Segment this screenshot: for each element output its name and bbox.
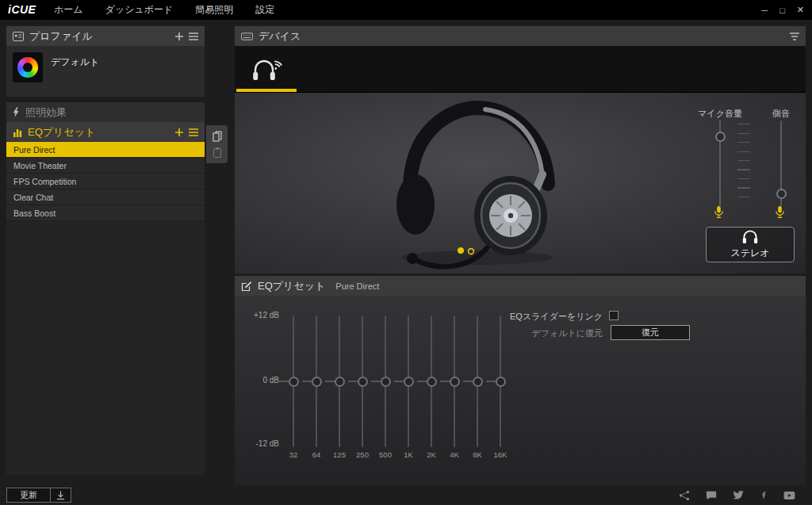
eq-editor: +12 dB 0 dB -12 dB 32641252505001K2K4K8K… bbox=[235, 296, 806, 485]
profile-avatar bbox=[13, 52, 43, 82]
eq-presets-header[interactable]: EQプリセット bbox=[6, 122, 205, 142]
eq-slider-thumb[interactable] bbox=[450, 377, 460, 387]
preset-clipboard-flyout bbox=[206, 125, 228, 163]
mic-volume-slider[interactable] bbox=[714, 121, 726, 206]
paste-icon[interactable] bbox=[213, 147, 222, 158]
window-controls: ─ □ ✕ bbox=[761, 0, 804, 20]
db-zero-label: 0 dB bbox=[238, 376, 279, 384]
social-links bbox=[679, 489, 795, 501]
presets-panel: 照明効果 EQプリセット Pure Direct Movie Theater F… bbox=[6, 102, 205, 475]
edit-icon[interactable] bbox=[241, 281, 252, 292]
stereo-label: ステレオ bbox=[730, 247, 769, 260]
eq-panel-header: EQプリセット Pure Direct bbox=[235, 276, 806, 296]
device-icon bbox=[241, 33, 253, 40]
profile-item-default[interactable]: デフォルト bbox=[6, 46, 205, 97]
sidetone-thumb[interactable] bbox=[776, 189, 787, 199]
update-button[interactable]: 更新 bbox=[6, 488, 51, 503]
preset-menu-icon[interactable] bbox=[189, 128, 198, 136]
youtube-icon[interactable] bbox=[783, 491, 795, 500]
eq-band-125: 125 bbox=[328, 314, 350, 465]
eq-preset-item[interactable]: Movie Theater bbox=[6, 158, 205, 174]
eq-slider-thumb[interactable] bbox=[381, 377, 391, 387]
device-view: マイク音量 側音 ステレオ bbox=[235, 93, 806, 274]
sidetone-mic-icon bbox=[775, 205, 785, 219]
eq-band-32: 32 bbox=[282, 314, 304, 465]
profiles-title: プロファイル bbox=[29, 29, 93, 44]
eq-band-64: 64 bbox=[305, 314, 327, 465]
menu-settings[interactable]: 設定 bbox=[255, 3, 274, 17]
eq-panel-title: EQプリセット bbox=[258, 279, 325, 293]
mic-volume-thumb[interactable] bbox=[715, 132, 726, 142]
eq-slider-thumb[interactable] bbox=[404, 377, 414, 387]
eq-frequency-label: 8K bbox=[466, 450, 488, 459]
headphone-icon bbox=[741, 230, 759, 244]
eq-reset-button[interactable]: 復元 bbox=[611, 325, 690, 340]
profile-name: デフォルト bbox=[51, 55, 99, 69]
tab-headset[interactable] bbox=[236, 46, 297, 93]
menu-instant-lighting[interactable]: 簡易照明 bbox=[195, 3, 233, 17]
active-tab-indicator bbox=[236, 89, 297, 92]
eq-band-250: 250 bbox=[351, 314, 373, 465]
eq-slider-thumb[interactable] bbox=[312, 377, 322, 387]
minimize-button[interactable]: ─ bbox=[761, 6, 768, 15]
eq-frequency-label: 64 bbox=[305, 450, 327, 459]
eq-preset-item[interactable]: Bass Boost bbox=[6, 205, 205, 221]
eq-frequency-label: 4K bbox=[443, 450, 465, 459]
eq-slider-thumb[interactable] bbox=[358, 377, 368, 387]
main-menu: ホーム ダッシュボード 簡易照明 設定 bbox=[54, 0, 274, 20]
sidetone-scale-ticks bbox=[737, 124, 750, 203]
headset-wireless-icon bbox=[251, 57, 282, 82]
maximize-button[interactable]: □ bbox=[779, 6, 785, 15]
sidetone-slider[interactable] bbox=[776, 121, 787, 206]
device-tabstrip bbox=[235, 46, 806, 93]
eq-slider-thumb[interactable] bbox=[289, 377, 299, 387]
update-button-group: 更新 bbox=[6, 488, 71, 503]
chat-icon[interactable] bbox=[706, 490, 717, 501]
eq-link-checkbox[interactable] bbox=[609, 311, 619, 320]
profiles-panel: プロファイル デフォルト bbox=[6, 26, 205, 97]
stereo-button[interactable]: ステレオ bbox=[706, 227, 795, 262]
lightning-icon bbox=[13, 107, 20, 117]
mic-volume-label: マイク音量 bbox=[688, 108, 752, 120]
facebook-icon[interactable] bbox=[760, 489, 768, 501]
share-icon[interactable] bbox=[679, 490, 690, 501]
menu-home[interactable]: ホーム bbox=[54, 3, 83, 17]
profiles-menu-icon[interactable] bbox=[189, 33, 198, 40]
eq-frequency-label: 16K bbox=[489, 450, 511, 459]
eq-frequency-label: 500 bbox=[374, 450, 396, 459]
menu-dashboard[interactable]: ダッシュボード bbox=[105, 3, 174, 17]
device-title: デバイス bbox=[259, 29, 301, 44]
eq-frequency-label: 2K bbox=[420, 450, 442, 459]
eq-band-1K: 1K bbox=[397, 314, 419, 465]
eq-reset-label: デフォルトに復元 bbox=[476, 327, 603, 339]
device-filter-icon[interactable] bbox=[790, 33, 799, 40]
titlebar: iCUE ホーム ダッシュボード 簡易照明 設定 ─ □ ✕ bbox=[0, 0, 812, 20]
add-profile-icon[interactable] bbox=[175, 33, 183, 40]
close-button[interactable]: ✕ bbox=[797, 5, 804, 15]
twitter-icon[interactable] bbox=[733, 490, 745, 500]
icue-window: iCUE ホーム ダッシュボード 簡易照明 設定 ─ □ ✕ プロファイル bbox=[0, 0, 812, 505]
download-icon[interactable] bbox=[51, 488, 71, 503]
eq-band-2K: 2K bbox=[420, 314, 442, 465]
profiles-header: プロファイル bbox=[6, 26, 205, 46]
eq-slider-thumb[interactable] bbox=[335, 377, 345, 387]
eq-preset-item[interactable]: FPS Competition bbox=[6, 174, 205, 189]
lighting-header[interactable]: 照明効果 bbox=[6, 102, 205, 122]
add-preset-icon[interactable] bbox=[175, 128, 183, 136]
profile-card-icon bbox=[13, 32, 24, 41]
eq-band-4K: 4K bbox=[443, 314, 465, 465]
eq-slider-thumb[interactable] bbox=[473, 377, 483, 387]
mic-icon bbox=[714, 205, 724, 219]
sidetone-label: 側音 bbox=[757, 108, 805, 120]
eq-slider-thumb[interactable] bbox=[427, 377, 437, 387]
eq-frequency-label: 250 bbox=[351, 450, 373, 459]
app-logo: iCUE bbox=[8, 0, 36, 20]
eq-band-500: 500 bbox=[374, 314, 396, 465]
eq-slider-thumb[interactable] bbox=[496, 377, 506, 387]
eq-preset-item[interactable]: Pure Direct bbox=[6, 142, 205, 158]
copy-icon[interactable] bbox=[213, 131, 222, 142]
eq-preset-item[interactable]: Clear Chat bbox=[6, 189, 205, 205]
eq-current-preset: Pure Direct bbox=[335, 281, 379, 291]
eq-preset-list: Pure Direct Movie Theater FPS Competitio… bbox=[6, 142, 205, 221]
device-header: デバイス bbox=[235, 26, 806, 46]
